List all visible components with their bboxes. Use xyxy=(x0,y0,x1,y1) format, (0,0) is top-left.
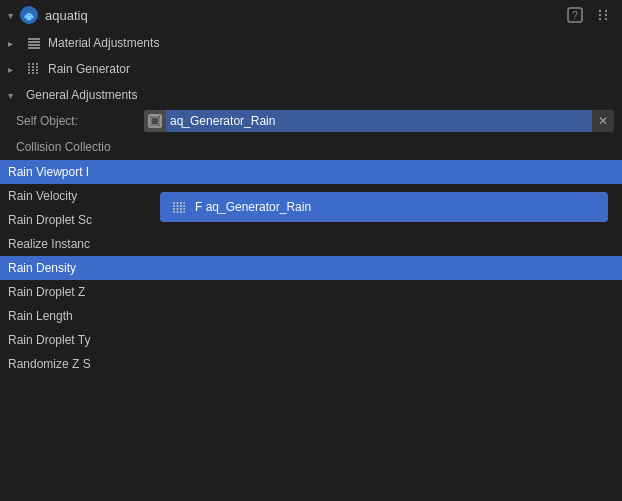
collision-collection-row: Collision Collectio xyxy=(8,134,622,160)
list-item-randomize-z-s[interactable]: Randomize Z S xyxy=(0,352,622,376)
self-object-input[interactable] xyxy=(166,110,592,132)
list-item-rain-velocity-label: Rain Velocity xyxy=(8,189,77,203)
chevron-right-icon: ▸ xyxy=(8,38,20,49)
list-item-rain-density-label: Rain Density xyxy=(8,261,76,275)
self-object-label: Self Object: xyxy=(16,114,136,128)
app-title: aquatiq xyxy=(45,8,88,23)
svg-rect-19 xyxy=(151,117,159,125)
sidebar-item-rain-generator[interactable]: ▸ Rain Generator xyxy=(0,56,622,82)
svg-point-1 xyxy=(27,16,32,21)
list-item-realize-instances[interactable]: Realize Instanc xyxy=(0,232,622,256)
list-item-rain-droplet-z-label: Rain Droplet Z xyxy=(8,285,85,299)
chevron-down-icon: ▾ xyxy=(8,90,20,101)
collision-collection-label: Collision Collectio xyxy=(16,140,136,154)
object-field-icon xyxy=(144,110,166,132)
list-item-rain-viewport[interactable]: Rain Viewport I xyxy=(0,160,622,184)
sidebar-item-general-adjustments-label: General Adjustments xyxy=(26,88,137,102)
dropdown-item-aq-generator-rain[interactable]: F aq_Generator_Rain xyxy=(161,193,607,221)
sidebar-item-rain-generator-label: Rain Generator xyxy=(48,62,130,76)
list-item-randomize-z-s-label: Randomize Z S xyxy=(8,357,91,371)
svg-point-6 xyxy=(599,18,601,20)
sidebar-item-material-adjustments-label: Material Adjustments xyxy=(48,36,159,50)
svg-point-9 xyxy=(605,18,607,20)
top-bar-right: ? xyxy=(564,4,614,26)
list-item-rain-density[interactable]: Rain Density xyxy=(0,256,622,280)
material-adjustments-icon xyxy=(26,35,42,51)
top-bar: ▾ aquatiq ? xyxy=(0,0,622,30)
svg-point-8 xyxy=(605,14,607,16)
svg-point-5 xyxy=(599,14,601,16)
app-logo xyxy=(19,5,39,25)
menu-button[interactable] xyxy=(592,4,614,26)
list-item-rain-droplet-z[interactable]: Rain Droplet Z xyxy=(0,280,622,304)
self-object-row: Self Object: ✕ xyxy=(8,108,622,134)
list-item-rain-length-label: Rain Length xyxy=(8,309,73,323)
svg-point-7 xyxy=(605,10,607,12)
chevron-right-icon2: ▸ xyxy=(8,64,20,75)
sidebar-item-general-adjustments[interactable]: ▾ General Adjustments xyxy=(0,82,622,108)
dropdown-item-icon xyxy=(171,199,187,215)
list-item-rain-length[interactable]: Rain Length xyxy=(0,304,622,328)
clear-self-object-button[interactable]: ✕ xyxy=(592,110,614,132)
rain-generator-icon xyxy=(26,61,42,77)
autocomplete-dropdown: F aq_Generator_Rain xyxy=(160,192,608,222)
svg-point-4 xyxy=(599,10,601,12)
dropdown-item-label: F aq_Generator_Rain xyxy=(195,200,311,214)
sidebar-item-material-adjustments[interactable]: ▸ Material Adjustments xyxy=(0,30,622,56)
list-item-rain-viewport-label: Rain Viewport I xyxy=(8,165,89,179)
help-button[interactable]: ? xyxy=(564,4,586,26)
svg-text:?: ? xyxy=(572,10,578,21)
list-item-rain-droplet-ty-label: Rain Droplet Ty xyxy=(8,333,90,347)
top-bar-left: ▾ aquatiq xyxy=(8,5,88,25)
list-item-rain-droplet-ty[interactable]: Rain Droplet Ty xyxy=(0,328,622,352)
collapse-arrow[interactable]: ▾ xyxy=(8,10,13,21)
list-item-rain-droplet-sc-label: Rain Droplet Sc xyxy=(8,213,92,227)
list-item-realize-instances-label: Realize Instanc xyxy=(8,237,90,251)
